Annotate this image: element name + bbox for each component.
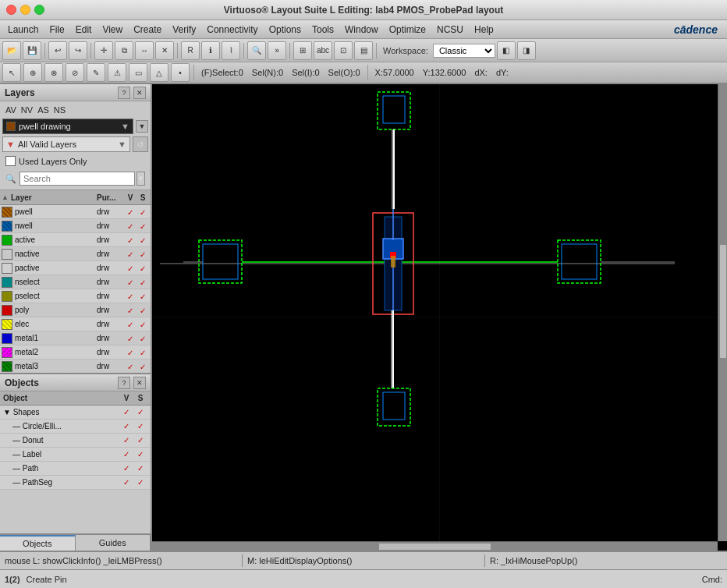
obj-visible[interactable]: ✓ — [119, 450, 133, 459]
tb-rect[interactable]: ▭ — [129, 63, 147, 82]
tb-layer[interactable]: ▤ — [354, 41, 373, 60]
obj-selectable[interactable]: ✓ — [133, 408, 147, 416]
tb-tri[interactable]: △ — [150, 63, 168, 82]
av-item[interactable]: AV — [5, 105, 16, 115]
layer-row[interactable]: nselect drw ✓ ✓ — [0, 275, 151, 289]
layer-row[interactable]: metal2 drw ✓ ✓ — [0, 345, 151, 360]
obj-selectable[interactable]: ✓ — [133, 450, 147, 459]
col-v[interactable]: V — [124, 193, 137, 202]
layer-selectable[interactable]: ✓ — [137, 264, 149, 273]
obj-visible[interactable]: ✓ — [119, 408, 133, 416]
tb-undo[interactable]: ↩ — [48, 41, 67, 60]
layer-visible[interactable]: ✓ — [124, 236, 137, 245]
menu-window[interactable]: Window — [340, 23, 383, 37]
layer-row[interactable]: pwell drw ✓ ✓ — [0, 205, 151, 219]
layer-visible[interactable]: ✓ — [124, 292, 137, 301]
layer-visible[interactable]: ✓ — [124, 362, 137, 371]
minimize-button[interactable] — [20, 5, 30, 15]
menu-create[interactable]: Create — [129, 23, 166, 37]
obj-visible[interactable]: ✓ — [119, 478, 133, 487]
objects-help[interactable]: ? — [118, 377, 130, 389]
obj-row[interactable]: ▼ Shapes ✓ ✓ — [0, 406, 151, 420]
layer-row[interactable]: nwell drw ✓ ✓ — [0, 219, 151, 233]
layer-visible[interactable]: ✓ — [124, 278, 137, 287]
layer-row[interactable]: active drw ✓ ✓ — [0, 233, 151, 247]
tb-edit[interactable]: ✎ — [87, 63, 105, 82]
obj-visible[interactable]: ✓ — [119, 436, 133, 445]
as-item[interactable]: AS — [37, 105, 49, 115]
obj-row[interactable]: — PathSeg ✓ ✓ — [0, 476, 151, 490]
menu-verify[interactable]: Verify — [168, 23, 200, 37]
canvas-area[interactable] — [152, 84, 727, 551]
layer-selectable[interactable]: ✓ — [137, 362, 149, 371]
tb-zoom-in[interactable]: 🔍 — [247, 41, 266, 60]
layer-selectable[interactable]: ✓ — [137, 278, 149, 287]
obj-selectable[interactable]: ✓ — [133, 422, 147, 430]
layer-row[interactable]: nactive drw ✓ ✓ — [0, 247, 151, 261]
tb-connect[interactable]: ⊕ — [23, 63, 42, 82]
layer-visible[interactable]: ✓ — [124, 221, 137, 231]
col-pur[interactable]: Pur... — [97, 193, 124, 202]
tb-info[interactable]: ℹ — [201, 41, 220, 60]
menu-launch[interactable]: Launch — [3, 23, 43, 37]
tb-redo[interactable]: ↪ — [69, 41, 87, 60]
tb-snap[interactable]: ⊡ — [334, 41, 353, 60]
menu-tools[interactable]: Tools — [307, 23, 339, 37]
layer-selectable[interactable]: ✓ — [137, 250, 149, 259]
tb-copy[interactable]: ⧉ — [115, 41, 133, 60]
menu-view[interactable]: View — [98, 23, 127, 37]
layer-visible[interactable]: ✓ — [124, 348, 137, 357]
tb-open[interactable]: 📂 — [2, 41, 21, 60]
layers-close[interactable]: ✕ — [133, 87, 146, 99]
layer-selectable[interactable]: ✓ — [137, 306, 149, 315]
vertical-scrollbar[interactable] — [718, 84, 727, 541]
col-s[interactable]: S — [137, 193, 149, 202]
obj-row[interactable]: — Path ✓ ✓ — [0, 462, 151, 476]
tb-ws2[interactable]: ◨ — [517, 41, 536, 60]
layer-visible[interactable]: ✓ — [124, 250, 137, 259]
refresh-btn[interactable]: ↺ — [133, 136, 148, 152]
layer-selectable[interactable]: ✓ — [137, 221, 149, 231]
horizontal-scrollbar[interactable] — [152, 541, 718, 551]
layer-options-btn[interactable]: ▼ — [136, 120, 148, 133]
tab-objects[interactable]: Objects — [0, 535, 76, 551]
obj-visible[interactable]: ✓ — [119, 464, 133, 473]
layer-row[interactable]: metal1 drw ✓ ✓ — [0, 331, 151, 345]
tb-move[interactable]: ✛ — [94, 41, 113, 60]
tb-select-arrow[interactable]: ↖ — [2, 63, 21, 82]
sort-arrow[interactable]: ▲ — [2, 193, 11, 201]
col-layer[interactable]: Layer — [11, 193, 97, 202]
tb-wire[interactable]: ⌇ — [222, 41, 240, 60]
workspace-select[interactable]: Classic — [433, 44, 495, 58]
menu-edit[interactable]: Edit — [71, 23, 97, 37]
layer-row[interactable]: metal3 drw ✓ ✓ — [0, 360, 151, 373]
tb-stretch2[interactable]: ⊘ — [66, 63, 84, 82]
menu-connectivity[interactable]: Connectivity — [202, 23, 262, 37]
obj-selectable[interactable]: ✓ — [133, 436, 147, 445]
layer-visible[interactable]: ✓ — [124, 320, 137, 329]
layer-selectable[interactable]: ✓ — [137, 292, 149, 301]
tb-save[interactable]: 💾 — [23, 41, 41, 60]
close-button[interactable] — [6, 5, 16, 15]
layer-visible[interactable]: ✓ — [124, 264, 137, 273]
obj-row[interactable]: — Label ✓ ✓ — [0, 448, 151, 462]
obj-row[interactable]: — Donut ✓ ✓ — [0, 434, 151, 448]
obj-selectable[interactable]: ✓ — [133, 464, 147, 473]
tb-ws1[interactable]: ◧ — [497, 41, 516, 60]
maximize-button[interactable] — [34, 5, 44, 15]
tab-guides[interactable]: Guides — [76, 535, 151, 551]
menu-file[interactable]: File — [44, 23, 69, 37]
ns-item[interactable]: NS — [54, 105, 66, 115]
tb-rule[interactable]: R — [181, 41, 200, 60]
filter-dropdown[interactable]: ▼ All Valid Layers ▼ — [2, 136, 130, 152]
layer-selectable[interactable]: ✓ — [137, 348, 149, 357]
tb-delete[interactable]: ✕ — [155, 41, 174, 60]
menu-options[interactable]: Options — [264, 23, 306, 37]
obj-selectable[interactable]: ✓ — [133, 478, 147, 487]
tb-warn[interactable]: ⚠ — [108, 63, 126, 82]
menu-ncsu[interactable]: NCSU — [432, 23, 468, 37]
objects-close[interactable]: ✕ — [133, 377, 146, 389]
layers-help[interactable]: ? — [118, 87, 130, 99]
layer-visible[interactable]: ✓ — [124, 334, 137, 343]
tb-hier[interactable]: ⊗ — [44, 63, 63, 82]
